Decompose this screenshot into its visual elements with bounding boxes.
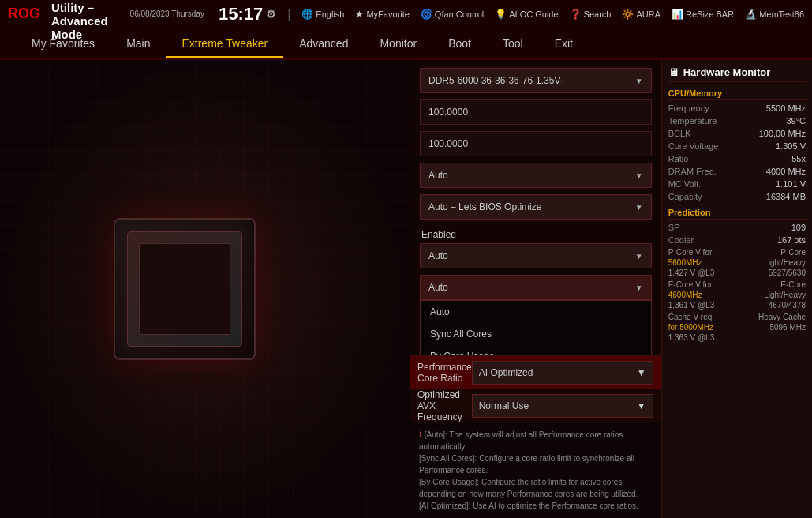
bclk-setting-row: 100.0000 [420, 99, 652, 125]
tool-qfan[interactable]: 🌀 Qfan Control [421, 9, 484, 20]
bclk-value: 100.0000 [428, 107, 468, 118]
bios-optimize-select[interactable]: Auto – Lets BIOS Optimize ▼ [420, 194, 652, 220]
pcore-speeds: 5927/5630 [769, 268, 806, 277]
ratio-select[interactable]: Auto ▼ [420, 275, 652, 300]
hw-cooler-label: Cooler [668, 235, 694, 245]
ddr-select-value: DDR5-6000 36-36-36-76-1.35V- [428, 75, 563, 86]
nav-my-favorites[interactable]: My Favorites [16, 31, 110, 56]
bios-optimize-value: Auto – Lets BIOS Optimize [428, 201, 541, 212]
info-line-1: ℹ [Auto]: The system will adjust all Per… [419, 429, 652, 452]
bclk2-input[interactable]: 100.0000 [420, 131, 652, 156]
hw-mc-volt-value: 1.101 V [776, 179, 806, 189]
performance-core-ratio-select[interactable]: AI Optimized ▼ [472, 361, 653, 385]
hw-mc-volt-row: MC Volt. 1.101 V [668, 179, 806, 189]
tool-qfan-label: Qfan Control [435, 9, 484, 19]
tool-resizebar[interactable]: 📊 ReSize BAR [672, 9, 734, 20]
avx-frequency-label: Optimized AVX Frequency [417, 389, 472, 422]
bottom-rows: Performance Core Ratio AI Optimized ▼ Op… [410, 355, 661, 422]
nav-bar: My Favorites Main Extreme Tweaker Advanc… [0, 28, 812, 60]
performance-core-ratio-value: AI Optimized [479, 367, 533, 378]
hw-sp-value: 109 [791, 223, 806, 232]
auto-select[interactable]: Auto ▼ [420, 163, 652, 188]
pcore-freq-highlight: 5600MHz [668, 258, 702, 267]
hw-temperature-label: Temperature [668, 116, 717, 126]
hw-cooler-value: 167 pts [777, 235, 806, 245]
avx-frequency-value: Normal Use [479, 400, 529, 411]
option-by-core-usage[interactable]: By Core Usage [421, 345, 651, 355]
hw-dram-freq-value: 4000 MHz [766, 167, 806, 176]
option-auto[interactable]: Auto [421, 301, 651, 323]
ratio-arrow: ▼ [635, 283, 643, 292]
memtest-icon: 🔬 [745, 9, 757, 20]
resize-icon: 📊 [672, 9, 683, 20]
ecore-subsection: E-Core V for E-Core 4600MHz Light/Heavy … [668, 280, 806, 310]
ratio-row: Auto ▼ Auto Sync All Cores By Core Usage… [420, 275, 652, 355]
ddr-select-arrow: ▼ [635, 77, 643, 85]
bclk-input[interactable]: 100.0000 [420, 99, 652, 125]
cache-for-label-row: Cache V req Heavy Cache [668, 313, 806, 321]
auto-setting-row: Auto ▼ [420, 163, 652, 188]
info-line-4-text: [AI Optimized]: Use AI to optimize the P… [419, 501, 638, 510]
cache-subsection: Cache V req Heavy Cache for 5000MHz 5096… [668, 313, 806, 342]
prediction-section-title: Prediction [668, 208, 806, 220]
info-icon-1: ℹ [419, 430, 422, 439]
auto2-arrow: ▼ [635, 252, 643, 261]
tool-search[interactable]: ❓ Search [570, 9, 612, 20]
tool-aioc[interactable]: 💡 AI OC Guide [495, 9, 558, 20]
monitor-icon: 🖥 [668, 66, 679, 78]
hw-bclk-row: BCLK 100.00 MHz [668, 129, 806, 138]
pcore-for-label: P-Core V for [668, 248, 713, 257]
fan-icon: 🌀 [421, 9, 432, 20]
cache-voltage: 1.363 V @L3 [668, 333, 715, 342]
nav-tool[interactable]: Tool [487, 31, 539, 56]
date-display: 06/08/2023 Thursday [130, 9, 204, 18]
cache-freq-highlight: for 5000MHz [668, 323, 713, 332]
auto2-select[interactable]: Auto ▼ [420, 243, 652, 268]
nav-extreme-tweaker[interactable]: Extreme Tweaker [166, 31, 283, 58]
cache-for-label: Cache V req [668, 313, 713, 321]
tool-aioc-label: AI OC Guide [509, 9, 558, 19]
ddr-setting-row: DDR5-6000 36-36-36-76-1.35V- ▼ [420, 68, 652, 93]
hw-core-voltage-row: Core Voltage 1.305 V [668, 141, 806, 151]
nav-exit[interactable]: Exit [539, 31, 589, 56]
ecore-speeds: 4670/4378 [769, 301, 806, 310]
center-panel: DDR5-6000 36-36-36-76-1.35V- ▼ 100.0000 … [410, 60, 661, 518]
rog-logo: ROG [8, 6, 40, 22]
nav-monitor[interactable]: Monitor [364, 31, 432, 56]
avx-frequency-arrow: ▼ [637, 400, 646, 411]
auto-select-value: Auto [428, 170, 448, 181]
ecore-lh-label: Light/Heavy [764, 291, 806, 299]
pcore-right-label: P-Core [780, 248, 806, 257]
tool-english[interactable]: 🌐 English [301, 9, 344, 20]
pcore-voltage-row: 1.427 V @L3 5927/5630 [668, 268, 806, 277]
nav-advanced[interactable]: Advanced [283, 31, 364, 56]
hw-capacity-value: 16384 MB [766, 192, 806, 201]
tool-myfavorite[interactable]: ★ MyFavorite [355, 9, 409, 20]
ddr-select[interactable]: DDR5-6000 36-36-36-76-1.35V- ▼ [420, 68, 652, 93]
main-content: DDR5-6000 36-36-36-76-1.35V- ▼ 100.0000 … [0, 60, 812, 518]
performance-core-ratio-row: Performance Core Ratio AI Optimized ▼ [410, 355, 661, 388]
option-sync-all-cores[interactable]: Sync All Cores [421, 323, 651, 345]
hw-ratio-row: Ratio 55x [668, 154, 806, 163]
hw-monitor-title-text: Hardware Monitor [683, 66, 771, 78]
tool-memtest[interactable]: 🔬 MemTest86 [745, 9, 804, 20]
pcore-values-row: 5600MHz Light/Heavy [668, 258, 806, 267]
hw-core-voltage-value: 1.305 V [776, 141, 806, 151]
tool-english-label: English [316, 9, 344, 19]
tool-resizebar-label: ReSize BAR [686, 9, 734, 19]
toolbar: 🌐 English ★ MyFavorite 🌀 Qfan Control 💡 … [301, 9, 804, 20]
info-line-3: [By Core Usage]: Configure the ratio lim… [419, 476, 652, 500]
auto-select-arrow: ▼ [635, 171, 643, 180]
tool-aura[interactable]: 🔆 AURA [622, 9, 660, 20]
hw-frequency-label: Frequency [668, 103, 709, 113]
info-line-3-text: [By Core Usage]: Configure the ratio lim… [419, 478, 638, 498]
avx-frequency-select[interactable]: Normal Use ▼ [472, 394, 653, 418]
left-panel [0, 60, 410, 518]
settings-gear-icon[interactable]: ⚙ [266, 9, 276, 20]
cpu-image-background [0, 60, 410, 518]
cache-values-row: for 5000MHz 5096 MHz [668, 323, 806, 332]
nav-main[interactable]: Main [110, 31, 166, 56]
nav-boot[interactable]: Boot [432, 31, 487, 56]
hw-cooler-row: Cooler 167 pts [668, 235, 806, 245]
ratio-value: Auto [428, 282, 448, 293]
